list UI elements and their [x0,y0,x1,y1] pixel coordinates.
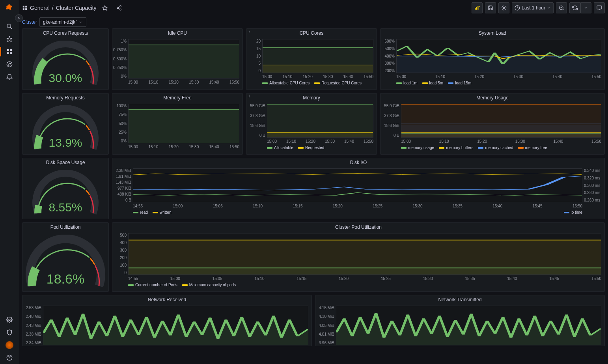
info-icon: i [249,94,250,99]
panel-pod-utilization[interactable]: Pod Utilization 18.6% [22,222,109,292]
y-axis-left: 2.38 MiB1.91 MiB1.43 MiB977 KiB488 KiB0 … [112,168,131,202]
panel-title: Pod Utilization [22,223,108,231]
zoom-out-button[interactable] [556,2,567,13]
panel-cpu-cores-requests[interactable]: CPU Cores Requests 30.0% [22,28,109,90]
y-axis: 4.15 MiB4.10 MiB4.05 MiB4.01 MiB3.96 MiB [315,306,334,345]
search-icon[interactable] [0,20,19,33]
x-axis: 15:0015:1015:2015:3015:4015:50 [128,80,239,85]
panel-title: Network Transmitted [315,295,604,303]
help-icon[interactable] [0,351,19,364]
star-icon[interactable] [0,33,19,45]
legend: load 1m load 5m load 15m [380,79,604,85]
panel-cpu-cores[interactable]: i CPU Cores 20151050 15:0015:1015:2015:3… [246,28,377,90]
panel-memory[interactable]: i Memory 55.9 GiB37.3 GiB18.6 GiB0 B 15:… [246,93,377,155]
panel-title: Memory Usage [380,93,604,101]
explore-icon[interactable] [0,58,19,71]
panel-title: Disk Space Usage [22,158,108,166]
x-axis: 15:0015:1015:2015:3015:4015:50 [401,139,601,144]
panel-title: Memory Requests [22,93,108,101]
panel-title: Disk I/O [112,158,604,166]
x-axis: 15:0015:1015:2015:3015:4015:50 [262,75,373,79]
refresh-button[interactable] [569,2,580,13]
var-value-cluster: gke-admin-d2jkf [43,19,76,25]
svg-rect-12 [23,6,24,7]
settings-button[interactable] [498,2,509,13]
tv-mode-button[interactable] [594,2,605,13]
panel-icon [22,5,28,11]
svg-text:+: + [479,5,480,7]
panel-idle-cpu[interactable]: Idle CPU 1%0.750%0.500%0.250%0% 15:0015:… [112,28,243,90]
panel-memory-usage[interactable]: Memory Usage 55.9 GiB37.3 GiB18.6 GiB0 B… [380,93,605,155]
time-picker[interactable]: Last 1 hour [512,2,554,13]
x-axis: 15:0015:1015:2015:3015:4015:50 [267,139,373,144]
svg-marker-8 [8,63,10,65]
svg-rect-6 [10,52,12,54]
gauge-value: 8.55% [22,201,108,214]
panel-memory-requests[interactable]: Memory Requests 13.9% [22,93,109,155]
topbar: General / Cluster Capacity + Last 1 hour [19,0,608,16]
panel-system-load[interactable]: System Load 600%500%400%300%200% 15:0015… [380,28,605,90]
legend: memory usage memory buffers memory cache… [380,144,604,150]
sidebar-expand-button[interactable] [15,14,23,22]
y-axis: 600%500%400%300%200% [380,39,395,73]
x-axis: 14:5515:0015:0515:1015:1515:2015:2515:30… [128,276,601,281]
var-label-cluster: Cluster [22,19,37,25]
panel-title: System Load [380,29,604,37]
panel-title: CPU Cores Requests [22,29,108,37]
alert-icon[interactable] [0,71,19,83]
y-axis: 2.53 MiB2.48 MiB2.43 MiB2.38 MiB2.34 MiB [22,306,41,345]
svg-rect-40 [129,110,239,143]
gauge-value: 18.6% [22,271,108,287]
favorite-button[interactable] [99,2,110,13]
svg-line-21 [118,8,120,9]
panel-network-transmitted[interactable]: Network Transmitted 4.15 MiB4.10 MiB4.05… [315,295,605,346]
svg-rect-55 [129,268,601,274]
svg-rect-14 [23,8,24,10]
refresh-interval-button[interactable] [580,2,591,13]
panel-title: Cluster Pod Utilization [112,223,604,231]
folder-name[interactable]: General [30,5,50,11]
grafana-logo[interactable] [4,3,15,20]
y-axis: 55.9 GiB37.3 GiB18.6 GiB0 B [380,104,399,138]
svg-rect-38 [263,65,373,73]
svg-rect-5 [7,52,9,54]
svg-rect-31 [597,6,602,9]
panel-memory-free[interactable]: Memory Free 100%75%50%25%0% 15:0015:1015… [112,93,243,155]
variable-bar: Cluster gke-admin-d2jkf [19,16,608,28]
gauge-value: 30.0% [22,71,108,85]
panel-cluster-pod-utilization[interactable]: Cluster Pod Utilization 5004003002001000… [112,222,605,292]
panel-network-received[interactable]: Network Received 2.53 MiB2.48 MiB2.43 Mi… [22,295,312,346]
panel-title: Memory Free [112,93,242,101]
svg-rect-44 [267,133,373,137]
gauge-value: 13.9% [22,136,108,149]
save-button[interactable] [485,2,496,13]
var-select-cluster[interactable]: gke-admin-d2jkf [39,17,86,27]
svg-rect-15 [25,8,27,10]
add-panel-button[interactable]: + [472,2,483,13]
svg-point-18 [117,7,119,9]
legend: Allocatable CPU Cores Requested CPU Core… [246,79,377,85]
legend-left: read written [133,210,171,215]
x-axis: 15:0015:1015:2015:3015:4015:50 [396,75,601,79]
share-button[interactable] [114,2,125,13]
x-axis: 14:5515:0015:0515:1015:1515:2015:2515:30… [133,204,582,209]
svg-point-17 [120,6,121,7]
y-axis-right: 0.340 ms0.320 ms0.300 ms0.280 ms0.260 ms [584,168,604,202]
shield-icon[interactable] [0,326,19,339]
svg-point-26 [503,7,505,9]
panel-disk-space-usage[interactable]: Disk Space Usage 8.55% [22,158,109,219]
svg-line-20 [118,7,120,7]
svg-rect-22 [475,8,476,10]
y-axis: 5004003002001000 [112,233,127,275]
svg-rect-3 [7,49,9,51]
dashboard-content: CPU Cores Requests 30.0% Idle CPU 1%0.75… [19,28,608,364]
avatar[interactable] [0,339,19,351]
svg-rect-13 [25,6,27,7]
legend: Allocatable Requested [246,144,377,150]
svg-marker-2 [7,36,12,41]
panel-disk-io[interactable]: Disk I/O 2.38 MiB1.91 MiB1.43 MiB977 KiB… [112,158,605,219]
panel-title: Idle CPU [112,29,242,37]
config-icon[interactable] [0,314,19,326]
dashboards-icon[interactable] [0,45,19,58]
svg-marker-16 [103,6,108,10]
